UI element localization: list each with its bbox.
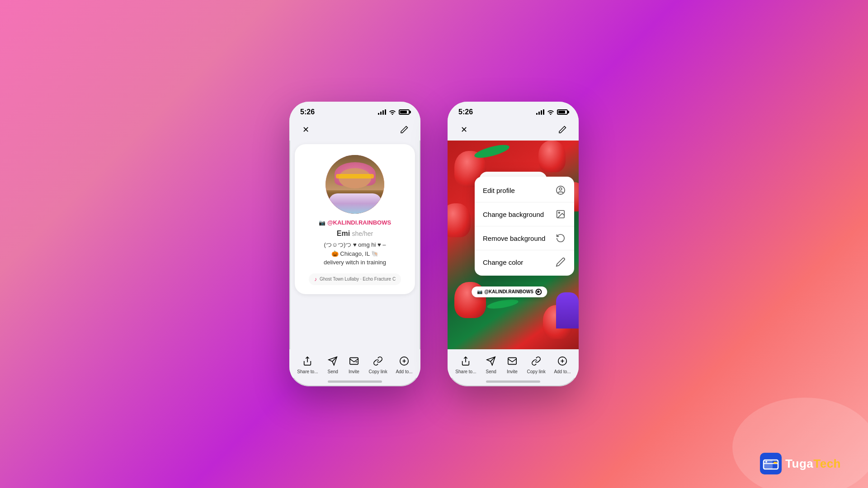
send-button[interactable]: Send <box>326 355 339 374</box>
right-edit-button[interactable] <box>555 122 570 137</box>
change-background-menu-item[interactable]: Change background <box>475 202 574 226</box>
share-button[interactable]: Share to... <box>297 355 318 374</box>
right-home-indicator <box>486 380 540 383</box>
tugatech-icon <box>760 453 782 474</box>
svg-point-94 <box>559 188 562 191</box>
music-bar: ♪ Ghost Town Lullaby · Echo Fracture C <box>309 273 401 285</box>
add-to-icon <box>398 355 410 367</box>
invite-icon <box>348 355 360 367</box>
right-send-icon <box>485 355 497 367</box>
wifi-icon <box>389 109 396 115</box>
svg-rect-100 <box>508 358 516 365</box>
left-content: 📷 @KALINDI.RAINBOWS Emi she/her (つ☺つ)つ ♥… <box>289 141 420 349</box>
right-toolbar: ✕ <box>448 119 579 141</box>
copy-link-label: Copy link <box>369 369 387 374</box>
left-phone: 5:26 ✕ <box>289 102 420 386</box>
edit-profile-label: Edit profile <box>483 187 515 194</box>
right-signal-icon <box>536 109 544 115</box>
remove-background-label: Remove background <box>483 235 545 242</box>
svg-rect-105 <box>764 460 773 469</box>
left-time: 5:26 <box>300 108 315 116</box>
username-sticker: 📷 @KALINDI.RAINBOWS ★ <box>472 286 547 297</box>
right-action-bar: Share to... Send Invite <box>448 349 579 378</box>
close-button[interactable]: ✕ <box>298 122 313 137</box>
music-note-icon: ♪ <box>314 276 317 282</box>
pencil-icon <box>555 257 566 267</box>
svg-rect-108 <box>774 462 777 464</box>
right-send-label: Send <box>486 369 496 374</box>
invite-label: Invite <box>349 369 359 374</box>
right-content: 📷 @KALINDI.RAINBOWS ★ Edit profile <box>448 141 579 349</box>
edit-button[interactable] <box>397 122 411 137</box>
svg-rect-3 <box>350 358 358 365</box>
change-background-label: Change background <box>483 211 544 218</box>
svg-point-107 <box>765 461 767 463</box>
send-icon <box>326 355 339 367</box>
right-copy-link-button[interactable]: Copy link <box>527 355 546 374</box>
svg-point-96 <box>558 212 560 213</box>
share-icon <box>301 355 314 367</box>
send-label: Send <box>327 369 338 374</box>
tugatech-logo: TugaTech <box>760 453 841 474</box>
invite-button[interactable]: Invite <box>348 355 360 374</box>
copy-link-button[interactable]: Copy link <box>369 355 387 374</box>
right-invite-icon <box>506 355 519 367</box>
change-color-menu-item[interactable]: Change color <box>475 250 574 274</box>
right-phone: 5:26 ✕ <box>448 102 579 386</box>
signal-icon <box>378 109 386 115</box>
right-close-button[interactable]: ✕ <box>457 122 471 137</box>
edit-profile-menu-item[interactable]: Edit profile <box>475 178 574 202</box>
right-add-to-label: Add to... <box>554 369 571 374</box>
profile-bio: (つ☺つ)つ ♥ omg hi ♥ – 🎃 Chicago, IL 🐚 deli… <box>324 240 386 267</box>
right-copy-link-label: Copy link <box>527 369 546 374</box>
add-to-label: Add to... <box>396 369 412 374</box>
right-share-icon <box>459 355 472 367</box>
home-indicator <box>328 380 382 383</box>
right-share-button[interactable]: Share to... <box>455 355 476 374</box>
right-send-button[interactable]: Send <box>485 355 497 374</box>
right-status-bar: 5:26 <box>448 102 579 119</box>
right-share-label: Share to... <box>455 369 476 374</box>
profile-card: 📷 @KALINDI.RAINBOWS Emi she/her (つ☺つ)つ ♥… <box>295 144 415 294</box>
profile-name: Emi she/her <box>337 230 373 238</box>
right-add-to-button[interactable]: Add to... <box>554 355 571 374</box>
person-circle-icon <box>555 185 566 196</box>
battery-icon <box>399 109 410 115</box>
phones-container: 5:26 ✕ <box>289 102 579 386</box>
right-battery-icon <box>557 109 568 115</box>
right-time: 5:26 <box>458 108 473 116</box>
change-color-label: Change color <box>483 258 523 266</box>
right-invite-label: Invite <box>507 369 518 374</box>
left-action-bar: Share to... Send <box>289 349 420 378</box>
avatar <box>326 155 384 214</box>
right-wifi-icon <box>547 109 554 115</box>
image-icon <box>555 209 566 220</box>
left-status-icons <box>378 109 410 115</box>
tugatech-text: TugaTech <box>785 457 841 471</box>
profile-username: 📷 @KALINDI.RAINBOWS <box>319 219 391 226</box>
left-toolbar: ✕ <box>289 119 420 141</box>
share-label: Share to... <box>297 369 318 374</box>
left-status-bar: 5:26 <box>289 102 420 119</box>
right-status-icons <box>536 109 568 115</box>
decorative-blob <box>732 398 868 488</box>
add-to-button[interactable]: Add to... <box>396 355 412 374</box>
refresh-icon <box>555 233 566 244</box>
right-invite-button[interactable]: Invite <box>506 355 519 374</box>
right-add-to-icon <box>556 355 569 367</box>
dropdown-menu: Edit profile Change background <box>475 177 574 276</box>
right-copy-link-icon <box>530 355 542 367</box>
copy-link-icon <box>372 355 384 367</box>
remove-background-menu-item[interactable]: Remove background <box>475 226 574 250</box>
